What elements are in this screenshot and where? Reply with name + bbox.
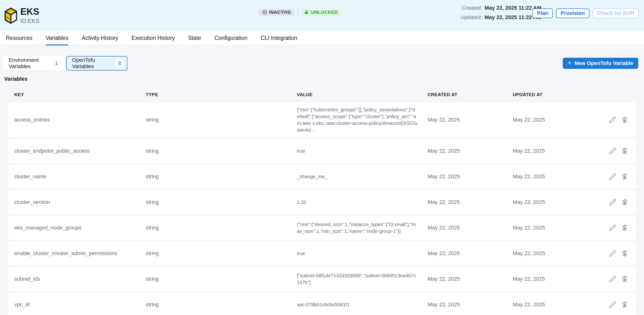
status-badge-label: UNLOCKED xyxy=(311,10,338,15)
edit-variable-button[interactable] xyxy=(609,198,616,206)
variable-row: vpc_id string vpc-078b51c6cbc5581f1 May … xyxy=(8,293,636,315)
plus-icon: + xyxy=(568,59,572,66)
edit-variable-button[interactable] xyxy=(609,224,616,232)
environment-header: EKS ID:EKS INACTIVE UNLOCKED Created: Ma xyxy=(0,0,644,31)
variables-table: KEY TYPE VALUE CREATED AT UPDATED AT acc… xyxy=(8,87,636,315)
delete-variable-button[interactable] xyxy=(621,116,628,124)
row-actions xyxy=(585,224,628,232)
edit-variable-button[interactable] xyxy=(609,301,616,309)
new-variable-button-label: New OpenTofu Variable xyxy=(574,60,633,66)
variable-created-at: May 22, 2025 xyxy=(428,117,513,123)
delete-variable-button[interactable] xyxy=(621,301,628,309)
variable-key: cluster_endpoint_public_access xyxy=(14,148,146,154)
variable-value: _change_me_ xyxy=(297,173,428,180)
column-header-type: TYPE xyxy=(146,92,297,97)
header-action-button-label: Provision xyxy=(560,10,585,16)
variable-created-at: May 22, 2025 xyxy=(428,250,513,257)
variable-type-tab-environment-variables[interactable]: Environment Variables 1 xyxy=(3,56,64,70)
delete-variable-button[interactable] xyxy=(621,198,628,206)
status-badge-unlocked: UNLOCKED xyxy=(301,9,341,16)
environment-id: ID:EKS xyxy=(20,18,40,24)
tab-activity-history[interactable]: Activity History xyxy=(82,31,118,45)
environment-page: EKS ID:EKS INACTIVE UNLOCKED Created: Ma xyxy=(0,0,644,315)
variable-created-at: May 22, 2025 xyxy=(428,199,513,205)
variable-value: {"sso":{"kubernetes_groups":[],"policy_a… xyxy=(297,106,428,133)
trash-icon xyxy=(621,147,628,155)
variable-type: string xyxy=(146,173,297,180)
edit-variable-button[interactable] xyxy=(609,116,616,124)
tab-label: CLI Integration xyxy=(260,35,297,41)
unlock-icon xyxy=(304,10,309,15)
edit-variable-button[interactable] xyxy=(609,173,616,180)
delete-variable-button[interactable] xyxy=(621,250,628,257)
variable-updated-at: May 22, 2025 xyxy=(513,225,585,231)
delete-variable-button[interactable] xyxy=(621,147,628,155)
tab-state[interactable]: State xyxy=(188,31,201,45)
tab-execution-history[interactable]: Execution History xyxy=(132,31,175,45)
variable-updated-at: May 22, 2025 xyxy=(513,117,585,123)
variable-value: 1.32 xyxy=(297,199,428,206)
title-block: EKS ID:EKS xyxy=(20,6,40,24)
row-actions xyxy=(585,275,628,283)
trash-icon xyxy=(621,275,628,283)
tab-configuration[interactable]: Configuration xyxy=(214,31,248,45)
tab-label: State xyxy=(188,35,201,41)
badge-divider xyxy=(298,9,298,16)
variable-row: access_entries string {"sso":{"kubernete… xyxy=(8,102,636,137)
variable-key: enable_cluster_creator_admin_permissions xyxy=(14,250,146,257)
edit-variable-button[interactable] xyxy=(609,275,616,283)
edit-variable-button[interactable] xyxy=(609,250,616,257)
variable-key: subnet_ids xyxy=(14,276,146,282)
variable-key: vpc_id xyxy=(14,302,146,308)
variable-updated-at: May 22, 2025 xyxy=(513,250,585,257)
variable-value: {"one":{"desired_size":1,"instance_types… xyxy=(297,221,428,235)
section-title: Variables xyxy=(4,76,644,82)
variable-updated-at: May 22, 2025 xyxy=(513,276,585,282)
variable-type: string xyxy=(146,302,297,308)
delete-variable-button[interactable] xyxy=(621,173,628,180)
trash-icon xyxy=(621,250,628,257)
variable-count-badge: 1 xyxy=(52,59,61,68)
pencil-icon xyxy=(609,224,616,231)
variable-count-badge: 8 xyxy=(115,59,124,68)
variable-type: string xyxy=(146,117,297,123)
tab-resources[interactable]: Resources xyxy=(6,31,32,45)
trash-icon xyxy=(621,301,628,308)
pencil-icon xyxy=(609,275,616,283)
variable-type: string xyxy=(146,250,297,257)
column-header-key: KEY xyxy=(14,92,146,97)
variable-row: subnet_ids string ["subnet-08f14e7142d33… xyxy=(8,267,636,291)
edit-variable-button[interactable] xyxy=(609,147,616,155)
tab-variables[interactable]: Variables xyxy=(46,31,68,45)
variables-content: Environment Variables 1 OpenTofu Variabl… xyxy=(0,45,644,315)
page-title: EKS xyxy=(20,6,40,17)
header-action-button[interactable]: Plan xyxy=(532,8,552,18)
delete-variable-button[interactable] xyxy=(621,275,628,283)
timestamps: Created: May 22, 2025 11:22 AM Updated: … xyxy=(460,5,542,20)
variable-row: cluster_version string 1.32 May 22, 2025… xyxy=(8,190,636,214)
header-action-button-label: Check for Drift xyxy=(597,10,634,16)
header-action-button[interactable]: Provision xyxy=(556,8,589,18)
variable-row: eks_managed_node_groups string {"one":{"… xyxy=(8,216,636,240)
variable-type: string xyxy=(146,225,297,231)
tab-cli-integration[interactable]: CLI Integration xyxy=(260,31,297,45)
status-badges: INACTIVE UNLOCKED xyxy=(259,9,341,16)
new-opentofu-variable-button[interactable]: + New OpenTofu Variable xyxy=(563,58,638,69)
variable-type-tab-opentofu-variables[interactable]: OpenTofu Variables 8 xyxy=(66,56,128,70)
row-actions xyxy=(585,173,628,180)
trash-icon xyxy=(621,116,628,123)
created-label: Created: xyxy=(460,5,482,11)
variable-created-at: May 22, 2025 xyxy=(428,173,513,180)
variable-type: string xyxy=(146,148,297,154)
variable-key: eks_managed_node_groups xyxy=(14,225,146,231)
tab-label: Execution History xyxy=(132,35,175,41)
variable-value: ["subnet-08f14e7142d333595","subnet-0680… xyxy=(297,272,428,286)
variable-updated-at: May 22, 2025 xyxy=(513,199,585,205)
variable-value: true xyxy=(297,148,428,154)
row-actions xyxy=(585,250,628,257)
delete-variable-button[interactable] xyxy=(621,224,628,232)
variable-row: cluster_name string _change_me_ May 22, … xyxy=(8,165,636,188)
variable-created-at: May 22, 2025 xyxy=(428,302,513,308)
header-action-button[interactable]: Check for Drift xyxy=(592,8,639,18)
tab-label: Variables xyxy=(46,35,68,41)
